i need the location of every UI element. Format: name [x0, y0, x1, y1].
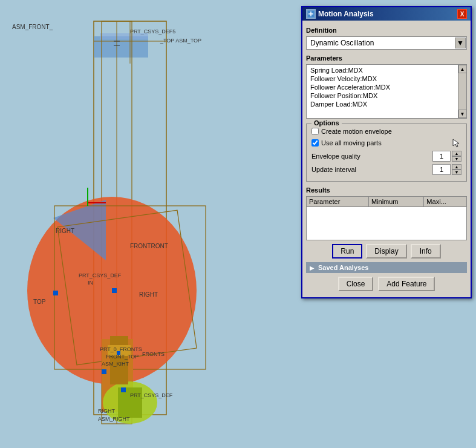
definition-dropdown[interactable]: Dynamic Oscillation [306, 36, 467, 50]
envelope-quality-label: Envelope quality [311, 153, 432, 160]
create-envelope-checkbox[interactable] [311, 128, 319, 135]
add-feature-button[interactable]: Add Feature [378, 277, 435, 291]
title-icon [306, 9, 316, 19]
bottom-buttons-row: Close Add Feature [306, 277, 467, 291]
svg-rect-39 [117, 351, 120, 355]
cursor-icon [451, 137, 461, 148]
svg-text:FRONTS: FRONTS [142, 351, 165, 357]
create-envelope-label: Create motion envelope [321, 128, 392, 135]
envelope-quality-input[interactable] [432, 151, 451, 162]
svg-text:PRT_CSYS_DEF: PRT_CSYS_DEF [130, 392, 173, 398]
run-button[interactable]: Run [332, 244, 362, 259]
saved-analyses-label: Saved Analyses [318, 264, 368, 271]
svg-text:ASM_FRONT_: ASM_FRONT_ [12, 24, 53, 30]
results-table: Parameter Minimum Maxi... [306, 196, 467, 207]
update-interval-label: Update interval [311, 166, 432, 173]
svg-text:ASM_KIHT: ASM_KIHT [102, 361, 129, 367]
results-label: Results [306, 186, 467, 194]
display-button[interactable]: Display [366, 244, 406, 259]
scroll-up-btn[interactable]: ▲ [458, 65, 467, 73]
update-interval-down[interactable]: ▼ [452, 170, 461, 175]
params-scrollbar[interactable]: ▲ ▼ [458, 65, 466, 118]
envelope-quality-spinner: ▲ ▼ [432, 151, 461, 162]
svg-rect-36 [53, 291, 58, 295]
envelope-quality-down[interactable]: ▼ [452, 156, 461, 162]
col-minimum: Minimum [368, 197, 423, 207]
param-item: Damper Load:MDX [308, 100, 465, 108]
scroll-down-btn[interactable]: ▼ [458, 110, 467, 118]
svg-text:IN: IN [88, 280, 93, 286]
svg-text:FRONTRONT: FRONTRONT [130, 243, 168, 249]
param-item: Follower Acceleration:MDX [308, 83, 465, 91]
saved-analyses-bar[interactable]: ▶ Saved Analyses [306, 262, 467, 273]
svg-text:FRONT_TOP: FRONT_TOP [106, 354, 139, 360]
update-interval-up[interactable]: ▲ [452, 164, 461, 170]
param-item: Follower Velocity:MDX [308, 74, 465, 83]
use-all-parts-row: Use all moving parts [311, 137, 461, 148]
envelope-quality-up[interactable]: ▲ [452, 151, 461, 156]
update-interval-row: Update interval ▲ ▼ [311, 164, 461, 175]
info-button[interactable]: Info [411, 244, 441, 259]
action-buttons-row: Run Display Info [306, 244, 467, 259]
svg-text:ASM_RIGHT: ASM_RIGHT [98, 416, 130, 422]
col-parameter: Parameter [307, 197, 369, 207]
parameters-list[interactable]: Spring Load:MDX Follower Velocity:MDX Fo… [306, 64, 467, 119]
dialog-title: Motion Analysis [318, 10, 374, 18]
envelope-quality-buttons: ▲ ▼ [452, 151, 461, 162]
motion-analysis-dialog: Motion Analysis X Definition Dynamic Osc… [301, 6, 472, 298]
svg-rect-6 [100, 33, 148, 39]
param-item: Spring Load:MDX [308, 66, 465, 74]
svg-text:RIGHT: RIGHT [98, 408, 116, 414]
dialog-close-button[interactable]: X [457, 9, 467, 19]
scroll-track [458, 73, 466, 110]
results-table-body [306, 207, 467, 240]
params-list-inner: Spring Load:MDX Follower Velocity:MDX Fo… [307, 65, 466, 110]
close-button[interactable]: Close [338, 277, 374, 291]
svg-text:PRT_CSYS_DEF: PRT_CSYS_DEF [79, 272, 122, 278]
svg-rect-38 [121, 387, 126, 392]
svg-text:PRT_0_FRONTS: PRT_0_FRONTS [100, 346, 142, 352]
dialog-titlebar: Motion Analysis X [302, 7, 471, 21]
param-item: Follower Position:MDX [308, 91, 465, 100]
options-legend: Options [311, 119, 342, 127]
use-all-parts-label: Use all moving parts [321, 139, 382, 147]
update-interval-buttons: ▲ ▼ [452, 164, 461, 175]
update-interval-input[interactable] [432, 164, 451, 175]
definition-dropdown-container: Dynamic Oscillation ▼ [306, 36, 467, 50]
options-group: Options Create motion envelope Use all m… [306, 124, 467, 182]
svg-text:_TOP ASM_TOP: _TOP ASM_TOP [160, 38, 201, 44]
update-interval-spinner: ▲ ▼ [432, 164, 461, 175]
svg-marker-45 [453, 139, 459, 147]
envelope-quality-row: Envelope quality ▲ ▼ [311, 151, 461, 162]
svg-rect-37 [102, 369, 106, 374]
definition-label: Definition [306, 27, 467, 34]
svg-rect-24 [110, 336, 128, 384]
svg-rect-35 [112, 288, 117, 293]
parameters-label: Parameters [306, 54, 467, 62]
svg-text:RIGHT: RIGHT [139, 291, 158, 298]
col-maximum: Maxi... [424, 197, 467, 207]
saved-analyses-arrow-icon: ▶ [310, 265, 315, 271]
create-envelope-row: Create motion envelope [311, 128, 461, 135]
results-section: Results Parameter Minimum Maxi... [306, 186, 467, 240]
svg-text:TOP: TOP [33, 298, 46, 305]
use-all-parts-checkbox[interactable] [311, 139, 319, 147]
